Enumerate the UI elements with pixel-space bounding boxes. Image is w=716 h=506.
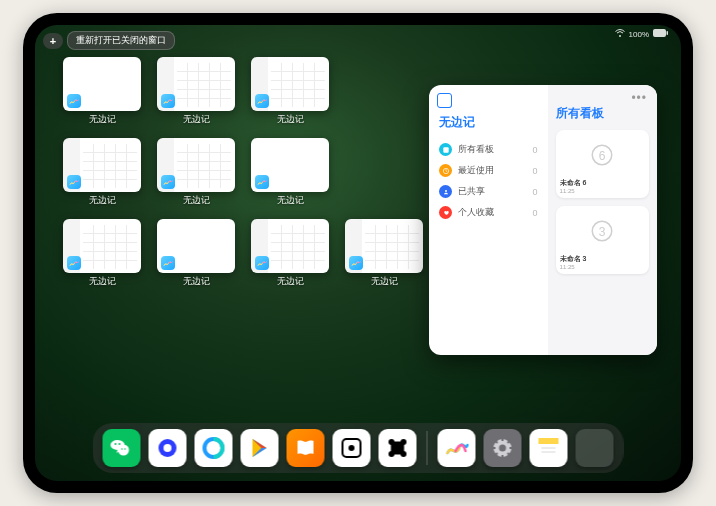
window-label: 无边记 <box>277 113 304 126</box>
window-thumbnail[interactable]: 无边记 <box>157 138 235 207</box>
board-name: 未命名 3 <box>560 254 645 264</box>
window-label: 无边记 <box>371 275 398 288</box>
window-thumbnail[interactable]: 无边记 <box>251 57 329 126</box>
window-thumbnail[interactable]: 无边记 <box>251 219 329 288</box>
board-time: 11:25 <box>560 264 645 270</box>
svg-line-30 <box>508 453 511 456</box>
category-label: 最近使用 <box>458 164 494 177</box>
freeform-app-icon <box>67 175 81 189</box>
svg-point-18 <box>349 445 355 451</box>
svg-point-11 <box>119 443 121 445</box>
category-label: 已共享 <box>458 185 485 198</box>
ipad-device: 100% + 重新打开已关闭的窗口 无边记无边记无边记无边记无边记无边记无边记无… <box>23 13 693 493</box>
freeform-split-card[interactable]: 无边记 所有看板0最近使用0已共享0个人收藏0 ••• 所有看板 6未命名 61… <box>429 85 657 355</box>
freeform-app-icon <box>255 256 269 270</box>
window-label: 无边记 <box>89 275 116 288</box>
window-thumbnail[interactable]: 无边记 <box>157 219 235 288</box>
window-label: 无边记 <box>89 194 116 207</box>
svg-line-29 <box>495 440 498 443</box>
board-tile[interactable]: 3未命名 311:25 <box>556 206 649 274</box>
svg-point-13 <box>124 448 126 450</box>
dock-app-library[interactable] <box>576 429 614 467</box>
window-thumbnail[interactable]: 无边记 <box>345 219 423 288</box>
svg-point-9 <box>118 445 129 456</box>
freeform-boards-panel: ••• 所有看板 6未命名 611:253未命名 311:25 <box>548 85 657 355</box>
window-thumbnail[interactable]: 无边记 <box>63 219 141 288</box>
category-count: 0 <box>533 145 538 155</box>
window-thumbnail[interactable]: 无边记 <box>63 138 141 207</box>
dock-app-quark[interactable] <box>149 429 187 467</box>
svg-text:6: 6 <box>599 149 606 163</box>
window-label: 无边记 <box>183 275 210 288</box>
category-icon <box>439 143 452 156</box>
sidebar-item[interactable]: 所有看板0 <box>439 139 538 160</box>
dock-app-books[interactable] <box>287 429 325 467</box>
dock <box>93 423 624 473</box>
status-bar: 100% <box>615 29 669 39</box>
category-icon <box>439 164 452 177</box>
board-preview: 3 <box>560 210 645 252</box>
sidebar-item[interactable]: 已共享0 <box>439 181 538 202</box>
freeform-app-icon <box>255 175 269 189</box>
freeform-app-icon <box>255 94 269 108</box>
dock-app-qq-browser[interactable] <box>195 429 233 467</box>
window-label: 无边记 <box>277 275 304 288</box>
battery-percent: 100% <box>629 30 649 39</box>
window-preview <box>63 219 141 273</box>
dock-app-notes[interactable] <box>530 429 568 467</box>
svg-point-15 <box>164 444 172 452</box>
board-tile[interactable]: 6未命名 611:25 <box>556 130 649 198</box>
svg-rect-33 <box>539 438 559 444</box>
svg-rect-1 <box>667 31 669 35</box>
window-preview <box>157 57 235 111</box>
sidebar-item[interactable]: 个人收藏0 <box>439 202 538 223</box>
window-preview <box>63 57 141 111</box>
window-preview <box>63 138 141 192</box>
ipad-screen: 100% + 重新打开已关闭的窗口 无边记无边记无边记无边记无边记无边记无边记无… <box>35 25 681 481</box>
dock-app-play[interactable] <box>241 429 279 467</box>
svg-point-10 <box>115 443 117 445</box>
dock-app-graph[interactable] <box>379 429 417 467</box>
svg-rect-34 <box>539 444 559 458</box>
freeform-app-icon <box>161 94 175 108</box>
new-window-button[interactable]: + <box>43 33 63 49</box>
dock-separator <box>427 431 428 465</box>
svg-point-12 <box>121 448 123 450</box>
window-label: 无边记 <box>89 113 116 126</box>
category-count: 0 <box>533 208 538 218</box>
battery-icon <box>653 29 669 39</box>
board-preview: 6 <box>560 134 645 176</box>
window-preview <box>251 219 329 273</box>
sidebar-title: 无边记 <box>439 114 538 131</box>
more-icon[interactable]: ••• <box>631 91 647 105</box>
window-label: 无边记 <box>183 113 210 126</box>
window-label: 无边记 <box>183 194 210 207</box>
window-thumbnail[interactable]: 无边记 <box>251 138 329 207</box>
category-count: 0 <box>533 187 538 197</box>
dock-app-freeform[interactable] <box>438 429 476 467</box>
window-preview <box>251 57 329 111</box>
freeform-app-icon <box>67 256 81 270</box>
sidebar-item[interactable]: 最近使用0 <box>439 160 538 181</box>
freeform-app-icon <box>67 94 81 108</box>
wifi-icon <box>615 29 625 39</box>
freeform-app-icon <box>161 175 175 189</box>
freeform-app-icon <box>161 256 175 270</box>
dock-app-wechat[interactable] <box>103 429 141 467</box>
category-icon <box>439 185 452 198</box>
window-thumbnail[interactable]: 无边记 <box>157 57 235 126</box>
freeform-sidebar: 无边记 所有看板0最近使用0已共享0个人收藏0 <box>429 85 548 355</box>
window-thumbnail[interactable]: 无边记 <box>63 57 141 126</box>
svg-point-24 <box>499 445 506 452</box>
dock-app-dice[interactable] <box>333 429 371 467</box>
svg-line-31 <box>495 453 498 456</box>
category-label: 个人收藏 <box>458 206 494 219</box>
window-preview <box>157 219 235 273</box>
window-preview <box>345 219 423 273</box>
window-preview <box>157 138 235 192</box>
svg-line-32 <box>508 440 511 443</box>
sidebar-toggle-icon[interactable] <box>439 95 452 108</box>
reopen-closed-window-button[interactable]: 重新打开已关闭的窗口 <box>67 31 175 50</box>
dock-app-settings[interactable] <box>484 429 522 467</box>
svg-point-4 <box>445 190 447 192</box>
